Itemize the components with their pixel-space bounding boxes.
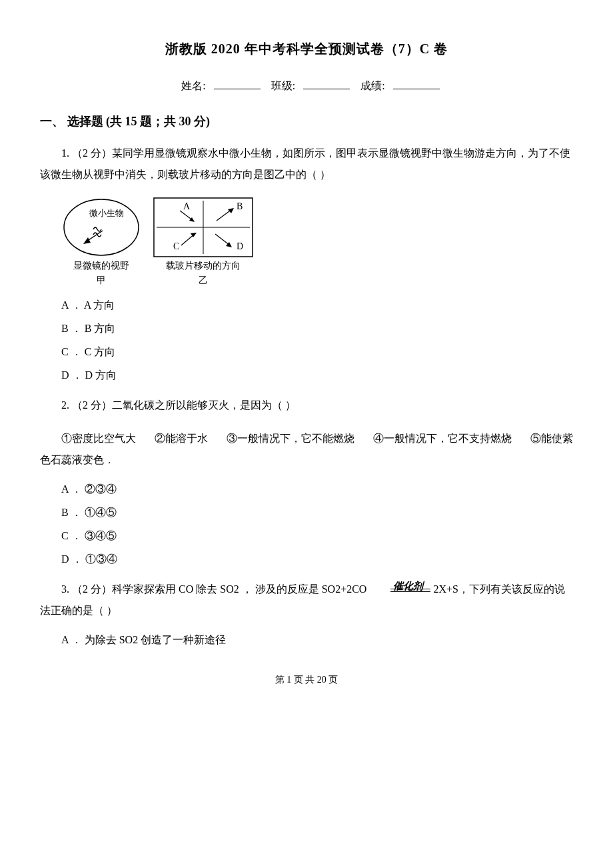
score-blank[interactable] bbox=[393, 78, 440, 89]
question-1: 1. （2 分）某同学用显微镜观察水中微小生物，如图所示，图甲表示显微镜视野中微… bbox=[40, 143, 573, 185]
q2-s1: ①密度比空气大 bbox=[61, 433, 136, 444]
name-blank[interactable] bbox=[214, 78, 261, 89]
arrow-b-label: B bbox=[237, 201, 243, 211]
class-label: 班级: bbox=[271, 80, 295, 91]
q1-option-c: C ． C 方向 bbox=[40, 345, 573, 359]
q1-points: （2 分） bbox=[72, 147, 112, 159]
q1-option-b: B ． B 方向 bbox=[40, 322, 573, 336]
q3-option-a: A ． 为除去 SO2 创造了一种新途径 bbox=[40, 633, 573, 647]
name-label: 姓名: bbox=[181, 80, 205, 91]
q3-number: 3. bbox=[61, 583, 72, 595]
arrow-c-label: C bbox=[173, 241, 179, 251]
question-3: 3. （2 分）科学家探索用 CO 除去 SO2 ， 涉及的反应是 SO2+2C… bbox=[40, 579, 573, 621]
info-line: 姓名: 班级: 成绩: bbox=[40, 78, 573, 93]
q2-stem: 二氧化碳之所以能够灭火，是因为（ ） bbox=[112, 399, 296, 411]
svg-marker-2 bbox=[83, 237, 91, 244]
question-2: 2. （2 分）二氧化碳之所以能够灭火，是因为（ ） bbox=[40, 395, 573, 416]
score-label: 成绩: bbox=[360, 80, 384, 91]
figure-yi: A B C D 载玻片移动的方向 乙 bbox=[153, 197, 253, 287]
q1-option-d: D ． D 方向 bbox=[40, 369, 573, 383]
figure-yi-caption-a: 载玻片移动的方向 bbox=[153, 260, 253, 272]
q2-option-c: C ． ③④⑤ bbox=[40, 529, 573, 543]
figure-yi-caption-b: 乙 bbox=[153, 275, 253, 287]
q1-figures: 微小生物 显微镜的视野 甲 A B bbox=[61, 197, 573, 287]
q2-number: 2. bbox=[61, 399, 72, 411]
section-1-header: 一、 选择题 (共 15 题；共 30 分) bbox=[40, 113, 573, 129]
page-footer: 第 1 页 共 20 页 bbox=[40, 674, 573, 686]
class-blank[interactable] bbox=[303, 78, 350, 89]
organism-label: 微小生物 bbox=[89, 208, 124, 218]
svg-line-12 bbox=[215, 234, 230, 245]
q1-number: 1. bbox=[61, 147, 72, 159]
q2-s2: ②能溶于水 bbox=[155, 433, 208, 444]
q1-stem: 某同学用显微镜观察水中微小生物，如图所示，图甲表示显微镜视野中微生物游走方向，为… bbox=[40, 147, 570, 180]
svg-marker-9 bbox=[228, 208, 234, 213]
q2-s3: ③一般情况下，它不能燃烧 bbox=[227, 433, 354, 444]
figure-jia: 微小生物 显微镜的视野 甲 bbox=[61, 197, 141, 287]
q3-points: （2 分） bbox=[72, 583, 112, 595]
q2-s4: ④一般情况下，它不支持燃烧 bbox=[373, 433, 512, 444]
arrow-d-label: D bbox=[237, 241, 243, 251]
figure-jia-caption-b: 甲 bbox=[61, 275, 141, 287]
q2-statements: ①密度比空气大 ②能溶于水 ③一般情况下，它不能燃烧 ④一般情况下，它不支持燃烧… bbox=[40, 428, 573, 471]
page-title: 浙教版 2020 年中考科学全预测试卷（7）C 卷 bbox=[40, 40, 573, 58]
catalyst-label: 催化剂 bbox=[372, 576, 423, 596]
q3-stem-a: 科学家探索用 CO 除去 SO2 ， 涉及的反应是 SO2+2CO bbox=[112, 583, 369, 595]
q2-points: （2 分） bbox=[72, 399, 112, 411]
q2-option-a: A ． ②③④ bbox=[40, 483, 573, 497]
catalyst-arrow-icon: 催化剂 bbox=[369, 579, 430, 600]
figure-jia-caption-a: 显微镜的视野 bbox=[61, 260, 141, 272]
q1-option-a: A ． A 方向 bbox=[40, 299, 573, 313]
q2-option-d: D ． ①③④ bbox=[40, 553, 573, 567]
arrow-a-label: A bbox=[183, 201, 191, 211]
q2-option-b: B ． ①④⑤ bbox=[40, 506, 573, 520]
